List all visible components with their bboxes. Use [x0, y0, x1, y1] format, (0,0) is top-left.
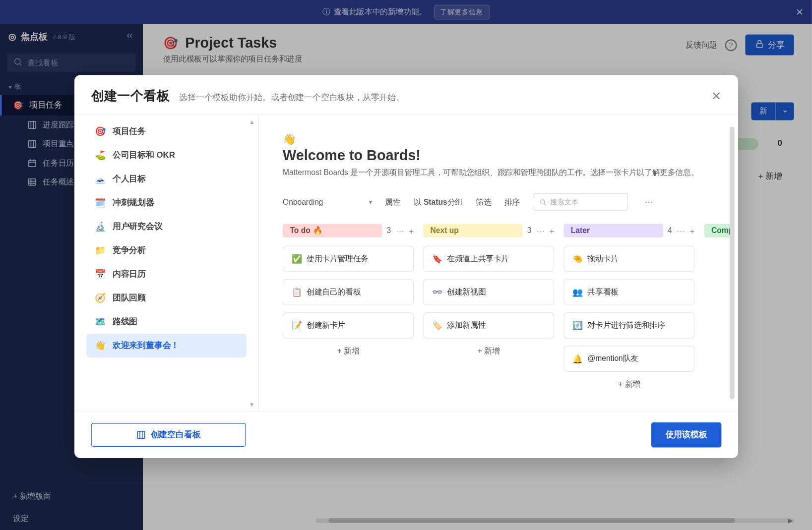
- card-title: 创建新视图: [447, 287, 486, 297]
- board-card[interactable]: 🔖在频道上共享卡片: [423, 246, 554, 272]
- scroll-up-icon[interactable]: ▲: [249, 118, 255, 125]
- template-label: 用户研究会议: [113, 221, 163, 232]
- more-options-icon[interactable]: ⋯: [641, 197, 656, 206]
- column-count: 3: [527, 226, 532, 235]
- chevron-down-icon: ▾: [369, 199, 372, 205]
- svg-point-6: [541, 200, 545, 204]
- card-title: 对卡片进行筛选和排序: [587, 320, 665, 331]
- column-chip[interactable]: To do 🔥: [283, 224, 382, 237]
- svg-rect-7: [137, 431, 144, 438]
- template-item[interactable]: 🎯项目任务: [86, 119, 247, 143]
- column-add-icon[interactable]: +: [409, 226, 414, 235]
- card-title: 共享看板: [587, 287, 618, 297]
- board-icon: [136, 430, 146, 440]
- template-emoji: 📁: [95, 245, 106, 256]
- template-label: 团队回顾: [113, 293, 146, 303]
- board-column: Next up3⋯+🔖在频道上共享卡片👓创建新视图🏷️添加新属性+ 新增: [423, 224, 554, 390]
- template-item[interactable]: 🗓️冲刺规划器: [86, 191, 247, 215]
- template-label: 冲刺规划器: [113, 197, 154, 208]
- template-label: 路线图: [113, 316, 137, 327]
- card-icon: 🔖: [432, 254, 442, 263]
- board-card[interactable]: 🤏拖动卡片: [563, 246, 694, 272]
- modal-close-icon[interactable]: ✕: [711, 89, 721, 103]
- template-emoji: 🎯: [95, 126, 106, 137]
- board-card[interactable]: 🏷️添加新属性: [423, 312, 554, 339]
- card-icon: 🔔: [572, 354, 582, 363]
- column-menu-icon[interactable]: ⋯: [536, 226, 545, 235]
- card-icon: 🔃: [572, 321, 582, 330]
- card-icon: 🤏: [572, 254, 582, 263]
- card-icon: 🏷️: [432, 321, 442, 330]
- use-template-button[interactable]: 使用该模板: [651, 422, 722, 447]
- search-placeholder: 搜索文本: [550, 197, 579, 207]
- template-item[interactable]: 📅内容日历: [86, 262, 247, 286]
- card-title: 添加新属性: [447, 320, 486, 331]
- template-label: 竞争分析: [113, 245, 146, 256]
- preview-emoji: 👋: [283, 133, 732, 146]
- properties-button[interactable]: 属性: [385, 197, 400, 208]
- card-icon: 📝: [292, 321, 302, 330]
- add-card-button[interactable]: + 新增: [423, 346, 554, 356]
- column-count: 3: [386, 226, 391, 235]
- search-input[interactable]: 搜索文本: [533, 193, 628, 211]
- preview-description: Mattermost Boards 是一个开源项目管理工具，可帮助您组织、跟踪和…: [283, 167, 732, 178]
- template-label: 个人目标: [113, 174, 146, 184]
- template-label: 项目任务: [113, 126, 146, 137]
- sort-button[interactable]: 排序: [504, 197, 520, 208]
- column-menu-icon[interactable]: ⋯: [677, 226, 685, 235]
- card-icon: 👓: [432, 288, 442, 297]
- template-label: 内容日历: [113, 269, 146, 280]
- board-card[interactable]: 👥共享看板: [563, 279, 694, 305]
- template-item[interactable]: 🗺️路线图: [86, 310, 247, 334]
- column-count: 4: [668, 226, 672, 235]
- view-selector[interactable]: Onboarding ▾: [283, 197, 372, 206]
- group-by-button[interactable]: 以 Status分组: [414, 197, 463, 208]
- create-blank-board-button[interactable]: 创建空白看板: [91, 423, 246, 447]
- modal-title: 创建一个看板: [91, 87, 170, 105]
- card-title: 拖动卡片: [587, 253, 618, 264]
- column-chip[interactable]: Next up: [423, 224, 522, 237]
- scroll-down-icon[interactable]: ▼: [249, 401, 255, 408]
- card-icon: 👥: [572, 288, 582, 297]
- card-icon: ✅: [292, 254, 302, 263]
- template-emoji: 🗻: [95, 174, 106, 184]
- template-emoji: ⛳: [95, 150, 106, 161]
- board-card[interactable]: 📋创建自己的看板: [283, 279, 414, 305]
- column-add-icon[interactable]: +: [549, 226, 554, 235]
- template-item[interactable]: 🔬用户研究会议: [86, 215, 247, 238]
- template-label: 欢迎来到董事会！: [113, 340, 179, 351]
- template-item[interactable]: 📁竞争分析: [86, 238, 247, 262]
- column-chip[interactable]: Later: [563, 224, 663, 237]
- template-item[interactable]: ⛳公司目标和 OKR: [86, 143, 247, 167]
- filter-button[interactable]: 筛选: [476, 197, 491, 208]
- column-menu-icon[interactable]: ⋯: [396, 226, 404, 235]
- column-add-icon[interactable]: +: [690, 226, 695, 235]
- board-card[interactable]: 👓创建新视图: [423, 279, 554, 305]
- template-preview: 👋 Welcome to Boards! Mattermost Boards 是…: [259, 115, 738, 412]
- template-emoji: 📅: [95, 269, 106, 280]
- template-emoji: 🗺️: [95, 316, 106, 327]
- column-chip[interactable]: Compl: [704, 224, 732, 237]
- template-item[interactable]: 🗻个人目标: [86, 167, 247, 191]
- board-column: Compl: [704, 224, 732, 390]
- template-list: ▲ 🎯项目任务⛳公司目标和 OKR🗻个人目标🗓️冲刺规划器🔬用户研究会议📁竞争分…: [74, 115, 259, 412]
- add-card-button[interactable]: + 新增: [563, 379, 694, 390]
- card-title: @mention队友: [587, 353, 638, 364]
- add-card-button[interactable]: + 新增: [283, 346, 414, 356]
- modal-subtitle: 选择一个模板助你开始。或者创建一个空白板块，从零开始。: [179, 92, 404, 103]
- board-card[interactable]: ✅使用卡片管理任务: [283, 246, 414, 272]
- card-icon: 📋: [292, 288, 302, 297]
- board-card[interactable]: 🔔@mention队友: [563, 346, 694, 372]
- create-board-modal: 创建一个看板 选择一个模板助你开始。或者创建一个空白板块，从零开始。 ✕ ▲ 🎯…: [74, 75, 738, 458]
- card-title: 使用卡片管理任务: [307, 253, 369, 264]
- card-title: 在频道上共享卡片: [447, 253, 509, 264]
- template-emoji: 👋: [95, 340, 106, 351]
- template-item[interactable]: 🧭团队回顾: [86, 286, 247, 310]
- card-title: 创建自己的看板: [307, 287, 361, 297]
- board-card[interactable]: 📝创建新卡片: [283, 312, 414, 339]
- board-card[interactable]: 🔃对卡片进行筛选和排序: [563, 312, 694, 339]
- search-icon: [540, 198, 547, 205]
- template-item[interactable]: 👋欢迎来到董事会！: [86, 334, 247, 357]
- preview-title: Welcome to Boards!: [283, 147, 732, 164]
- preview-scrollbar[interactable]: [730, 127, 735, 400]
